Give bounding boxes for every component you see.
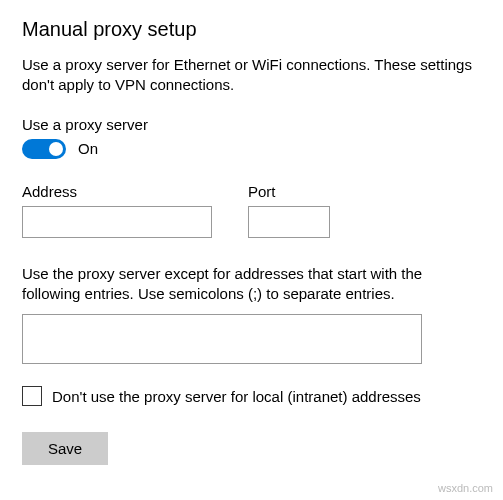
watermark: wsxdn.com [438, 482, 493, 494]
local-bypass-label: Don't use the proxy server for local (in… [52, 388, 421, 405]
exceptions-input[interactable] [22, 314, 422, 364]
local-bypass-checkbox[interactable] [22, 386, 42, 406]
port-input[interactable] [248, 206, 330, 238]
address-label: Address [22, 183, 212, 200]
save-button[interactable]: Save [22, 432, 108, 465]
exceptions-description: Use the proxy server except for addresse… [22, 264, 481, 305]
use-proxy-state: On [78, 140, 98, 157]
use-proxy-toggle[interactable] [22, 139, 66, 159]
use-proxy-label: Use a proxy server [22, 116, 481, 133]
port-label: Port [248, 183, 330, 200]
page-title: Manual proxy setup [22, 18, 481, 41]
address-input[interactable] [22, 206, 212, 238]
toggle-knob-icon [49, 142, 63, 156]
proxy-description: Use a proxy server for Ethernet or WiFi … [22, 55, 481, 96]
